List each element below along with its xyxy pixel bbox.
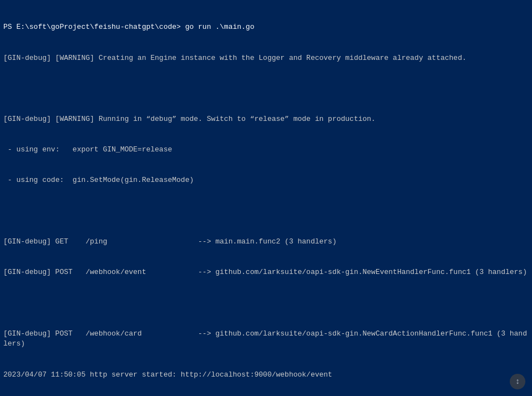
log-line-3: - using env: export GIN_MODE=release — [3, 145, 529, 155]
log-line-1: [GIN-debug] [WARNING] Creating an Engine… — [3, 53, 529, 64]
log-line-blank-2 — [3, 206, 529, 217]
prompt-line: PS E:\soft\goProject\feishu-chatgpt\code… — [3, 22, 529, 33]
log-line-5: [GIN-debug] GET /ping --> main.main.func… — [3, 237, 529, 247]
log-line-8: 2023/04/07 11:50:05 http server started:… — [3, 370, 529, 380]
log-line-4: - using code: gin.SetMode(gin.ReleaseMod… — [3, 175, 529, 186]
log-line-7: [GIN-debug] POST /webhook/card --> githu… — [3, 329, 529, 350]
log-line-blank-1 — [3, 84, 529, 94]
log-line-6: [GIN-debug] POST /webhook/event --> gith… — [3, 267, 529, 278]
log-line-2: [GIN-debug] [WARNING] Running in “debug”… — [3, 114, 529, 125]
terminal-output: PS E:\soft\goProject\feishu-chatgpt\code… — [3, 2, 529, 396]
log-line-blank-3 — [3, 298, 529, 308]
scroll-button[interactable]: ↕ — [510, 374, 525, 389]
scroll-icon: ↕ — [515, 377, 520, 386]
